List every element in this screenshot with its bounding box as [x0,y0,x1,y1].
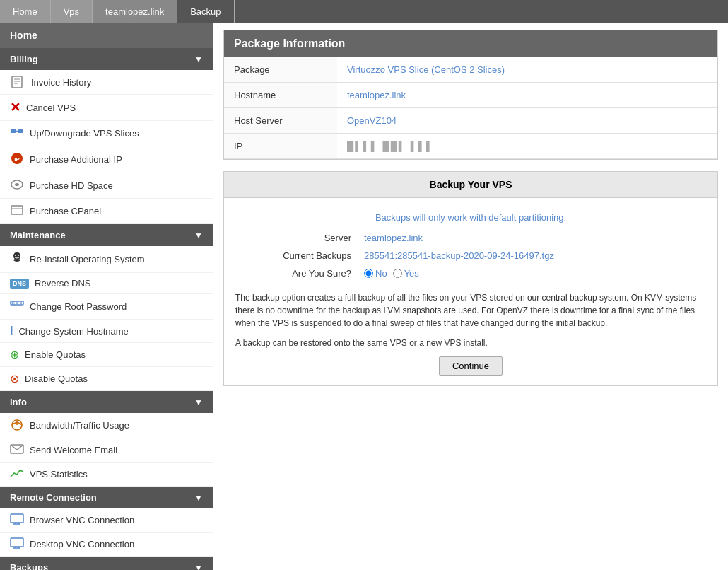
sidebar-section-info[interactable]: Info ▼ [0,391,213,413]
invoice-icon [10,75,25,89]
svg-point-18 [12,302,13,303]
package-label-ip: IP [224,134,337,159]
continue-button[interactable]: Continue [439,356,503,376]
cpanel-icon [10,204,24,219]
upgrade-icon [10,126,24,141]
sidebar-item-bandwidth[interactable]: Bandwidth/Traffic Usage [0,413,213,438]
backup-continue-row: Continue [235,356,706,376]
package-value-host-server: OpenVZ104 [337,108,717,134]
backup-current-row: Current Backups 285541:285541-backup-202… [237,248,705,264]
ip-address-blurred: █▌▌▌ ██▌ ▌▌▌ [347,141,434,151]
sidebar-item-change-password[interactable]: Change Root Password [0,294,213,320]
svg-text:IP: IP [14,156,20,163]
svg-point-15 [18,255,19,256]
package-row-host-server: Host Server OpenVZ104 [224,108,717,134]
sidebar-item-reverse-dns[interactable]: DNS Reverse DNS [0,273,213,294]
linux-icon [10,251,24,267]
svg-rect-0 [12,76,22,88]
backup-server-row: Server teamlopez.link [237,230,705,246]
sidebar-item-disable-quotas[interactable]: ⊗ Disable Quotas [0,367,213,391]
sidebar-item-send-welcome-email[interactable]: Send Welcome Email [0,438,213,463]
breadcrumb-backup[interactable]: Backup [177,0,234,23]
email-icon [10,443,24,457]
sidebar-section-billing[interactable]: Billing ▼ [0,48,213,70]
quota-disable-icon: ⊗ [10,372,19,385]
sidebar-item-cancel-vps[interactable]: ✕ Cancel VPS [0,95,213,121]
package-label-hostname: Hostname [224,83,337,108]
backup-warning-row: Backups will only work with default part… [237,209,705,228]
backup-panel-title: Backup Your VPS [224,172,717,198]
breadcrumb-hostname[interactable]: teamlopez.link [93,0,177,23]
backup-sure-row: Are You Sure? No Yes [237,265,705,281]
package-value-ip: █▌▌▌ ██▌ ▌▌▌ [337,134,717,159]
sidebar: Home Billing ▼ Invoice History ✕ Cancel … [0,23,213,570]
backup-sure-label: Are You Sure? [237,265,357,281]
sidebar-item-vps-statistics[interactable]: VPS Statistics [0,463,213,487]
package-info-title: Package Information [224,30,717,57]
radio-no[interactable] [364,269,373,278]
chevron-down-icon: ▼ [194,493,203,503]
sidebar-item-purchase-ip[interactable]: IP Purchase Additional IP [0,146,213,173]
package-row-ip: IP █▌▌▌ ██▌ ▌▌▌ [224,134,717,159]
svg-point-20 [20,302,22,303]
hd-icon [10,178,24,193]
bandwidth-icon [10,418,24,433]
package-row-hostname: Hostname teamlopez.link [224,83,717,108]
sidebar-item-upgrade-vps[interactable]: Up/Downgrade VPS Slices [0,121,213,146]
breadcrumb-vps[interactable]: Vps [51,0,93,23]
svg-rect-28 [11,538,23,547]
backup-content: Backups will only work with default part… [224,198,717,385]
svg-rect-11 [11,206,23,214]
backup-server-value: teamlopez.link [358,230,705,246]
backup-warning-text: Backups will only work with default part… [375,212,566,223]
svg-point-19 [16,302,18,303]
package-label-host-server: Host Server [224,108,337,134]
package-value-package: Virtuozzo VPS Slice (CentOS 2 Slices) [337,57,717,83]
sidebar-section-maintenance[interactable]: Maintenance ▼ [0,224,213,246]
quota-enable-icon: ⊕ [10,348,19,361]
svg-rect-5 [18,129,23,133]
backup-restore-note: A backup can be restored onto the same V… [235,338,706,348]
ip-icon: IP [10,151,24,168]
sidebar-home[interactable]: Home [0,23,213,48]
package-label-package: Package [224,57,337,83]
main-content: Package Information Package Virtuozzo VP… [213,23,728,570]
sidebar-item-purchase-hd[interactable]: Purchase HD Space [0,173,213,199]
dns-icon: DNS [10,279,29,289]
radio-yes[interactable] [393,269,402,278]
sidebar-section-remote[interactable]: Remote Connection ▼ [0,487,213,508]
sidebar-item-browser-vnc[interactable]: Browser VNC Connection [0,508,213,533]
vnc-browser-icon [10,513,24,527]
cancel-icon: ✕ [10,100,20,115]
chevron-down-icon: ▼ [194,397,203,407]
package-row-package: Package Virtuozzo VPS Slice (CentOS 2 Sl… [224,57,717,83]
breadcrumb-home[interactable]: Home [0,0,51,23]
backup-panel: Backup Your VPS Backups will only work w… [223,171,718,386]
vnc-desktop-icon [10,537,24,551]
sidebar-item-purchase-cpanel[interactable]: Purchase CPanel [0,199,213,224]
password-icon [10,299,24,314]
backup-current-value: 285541:285541-backup-2020-09-24-16497.tg… [358,248,705,264]
chevron-down-icon: ▼ [194,563,203,571]
backup-server-label: Server [237,230,357,246]
sidebar-item-reinstall-os[interactable]: Re-Install Operating System [0,246,213,273]
chevron-down-icon: ▼ [194,231,203,240]
radio-no-label[interactable]: No [364,268,387,279]
sidebar-section-backups[interactable]: Backups ▼ [0,557,213,570]
backup-current-label: Current Backups [237,248,357,264]
package-value-hostname: teamlopez.link [337,83,717,108]
sidebar-item-invoice-history[interactable]: Invoice History [0,70,213,95]
svg-point-13 [13,252,20,260]
svg-point-10 [15,183,19,186]
package-info-panel: Package Information Package Virtuozzo VP… [223,30,718,160]
chevron-down-icon: ▼ [194,54,203,64]
svg-rect-4 [11,129,16,133]
sidebar-item-enable-quotas[interactable]: ⊕ Enable Quotas [0,343,213,367]
backup-sure-radio: No Yes [358,265,705,281]
sidebar-item-change-hostname[interactable]: I Change System Hostname [0,320,213,343]
hostname-icon: I [10,325,13,337]
svg-rect-24 [11,514,23,523]
radio-yes-label[interactable]: Yes [393,268,419,279]
sidebar-item-desktop-vnc[interactable]: Desktop VNC Connection [0,533,213,557]
stats-icon [10,467,24,481]
